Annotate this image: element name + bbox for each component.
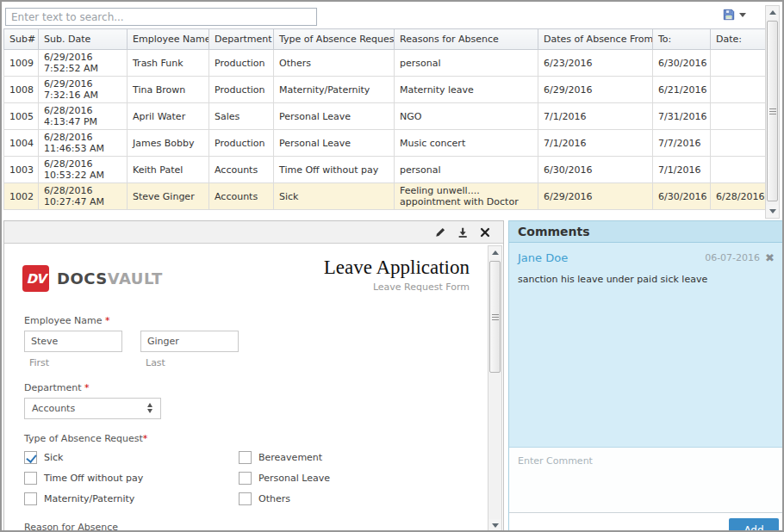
leave-requests-table: Sub# Sub. Date Employee Name Department … — [3, 28, 769, 210]
add-comment-button[interactable]: Add — [729, 518, 779, 532]
department-label: Department * — [24, 382, 487, 393]
first-name-caption: First — [29, 357, 128, 368]
absence-type-options: Sick Bereavement Time Off without pay Pe… — [24, 451, 487, 505]
checkbox-icon[interactable] — [239, 451, 252, 464]
checkbox-icon[interactable] — [24, 472, 37, 485]
table-row[interactable]: 10046/28/2016 11:46:53 AM James BobbyPro… — [4, 130, 769, 157]
checkbox-others[interactable]: Others — [239, 492, 487, 505]
form-subtitle: Leave Request Form — [324, 281, 470, 293]
table-row[interactable]: 10096/29/2016 7:52:52 AM Trash FunkProdu… — [4, 50, 769, 77]
checkbox-icon[interactable] — [24, 492, 37, 505]
scroll-up-arrow-icon[interactable] — [488, 246, 501, 259]
save-dropdown-caret-icon[interactable] — [739, 13, 746, 17]
first-name-field[interactable] — [24, 331, 122, 352]
close-icon[interactable] — [479, 226, 491, 238]
checkbox-personal-leave[interactable]: Personal Leave — [239, 472, 487, 485]
table-row[interactable]: 10086/29/2016 7:32:16 AM Tina BrownProdu… — [4, 77, 769, 103]
edit-pencil-icon[interactable] — [434, 226, 446, 238]
search-input[interactable] — [5, 8, 317, 26]
checkbox-time-off-without-pay[interactable]: Time Off without pay — [24, 472, 239, 485]
top-toolbar — [2, 2, 782, 28]
column-header-reasons[interactable]: Reasons for Absence — [395, 29, 538, 50]
leave-application-form: DV DOCSVAULT Leave Application Leave Req… — [5, 244, 487, 532]
column-header-dates-from[interactable]: Dates of Absence From: — [538, 29, 653, 50]
docsvault-logo-badge-icon: DV — [22, 265, 49, 292]
scroll-down-arrow-icon[interactable] — [766, 205, 779, 218]
form-title: Leave Application — [324, 257, 470, 279]
delete-comment-icon[interactable]: ✖ — [765, 252, 775, 263]
comments-panel: Comments Jane Doe 06-07-2016 ✖ sanction … — [508, 220, 784, 532]
docsvault-logo: DV DOCSVAULT — [22, 265, 163, 292]
select-spinner-icon — [147, 403, 152, 413]
comment-input[interactable] — [509, 448, 783, 512]
comments-footer: Add — [509, 512, 783, 532]
comment-author-link[interactable]: Jane Doe — [518, 251, 568, 264]
scroll-up-arrow-icon[interactable] — [766, 6, 779, 19]
form-scrollbar[interactable] — [488, 245, 502, 532]
column-header-employee-name[interactable]: Employee Name — [128, 29, 209, 50]
docsvault-brand-name: DOCSVAULT — [57, 269, 163, 288]
checkbox-icon[interactable] — [24, 451, 37, 464]
scrollbar-grip-icon — [769, 108, 776, 114]
comments-list: Jane Doe 06-07-2016 ✖ sanction his leave… — [509, 243, 783, 447]
comment-date: 06-07-2016 — [705, 252, 760, 263]
table-scrollbar-thumb[interactable] — [767, 21, 778, 201]
save-floppy-icon — [723, 9, 735, 21]
last-name-caption: Last — [146, 357, 244, 368]
checkbox-sick[interactable]: Sick — [24, 451, 239, 464]
table-header-row: Sub# Sub. Date Employee Name Department … — [4, 29, 769, 50]
column-header-sub[interactable]: Sub# — [4, 29, 39, 50]
checkbox-icon[interactable] — [239, 492, 252, 505]
column-header-sub-date[interactable]: Sub. Date — [39, 29, 128, 50]
column-header-date[interactable]: Date: — [711, 29, 769, 50]
last-name-field[interactable] — [140, 331, 239, 352]
column-header-department[interactable]: Department — [209, 29, 274, 50]
scrollbar-grip-icon — [492, 314, 499, 320]
checkbox-icon[interactable] — [239, 472, 252, 485]
checkbox-maternity-paternity[interactable]: Maternity/Paternity — [24, 492, 239, 505]
comment-item: Jane Doe 06-07-2016 ✖ sanction his leave… — [518, 251, 775, 285]
scroll-down-arrow-icon[interactable] — [488, 519, 501, 532]
leave-application-preview-panel: DV DOCSVAULT Leave Application Leave Req… — [3, 220, 504, 532]
absence-type-label: Type of Absence Request* — [24, 433, 487, 444]
form-scrollbar-thumb[interactable] — [489, 261, 501, 373]
employee-name-label: Employee Name * — [24, 315, 487, 326]
comment-text: sanction his leave under paid sick leave — [518, 274, 775, 285]
reason-label: Reason for Absence — [24, 522, 487, 532]
comments-header: Comments — [509, 221, 783, 243]
department-select[interactable]: Accounts — [24, 398, 161, 419]
table-row[interactable]: 10036/28/2016 10:53:22 AM Keith PatelAcc… — [4, 157, 769, 183]
preview-toolbar — [4, 221, 503, 244]
table-row[interactable]: 10056/28/2016 4:13:47 PM April WaterSale… — [4, 103, 769, 130]
checkbox-bereavement[interactable]: Bereavement — [239, 451, 487, 464]
column-header-absence-type[interactable]: Type of Absence Request — [274, 29, 395, 50]
save-button[interactable] — [723, 9, 746, 21]
download-icon[interactable] — [457, 226, 469, 238]
docsvault-window: Sub# Sub. Date Employee Name Department … — [0, 0, 784, 532]
table-scrollbar[interactable] — [765, 5, 780, 219]
column-header-to[interactable]: To: — [653, 29, 711, 50]
table-row-selected[interactable]: 10026/28/2016 10:27:47 AM Steve GingerAc… — [4, 183, 769, 210]
